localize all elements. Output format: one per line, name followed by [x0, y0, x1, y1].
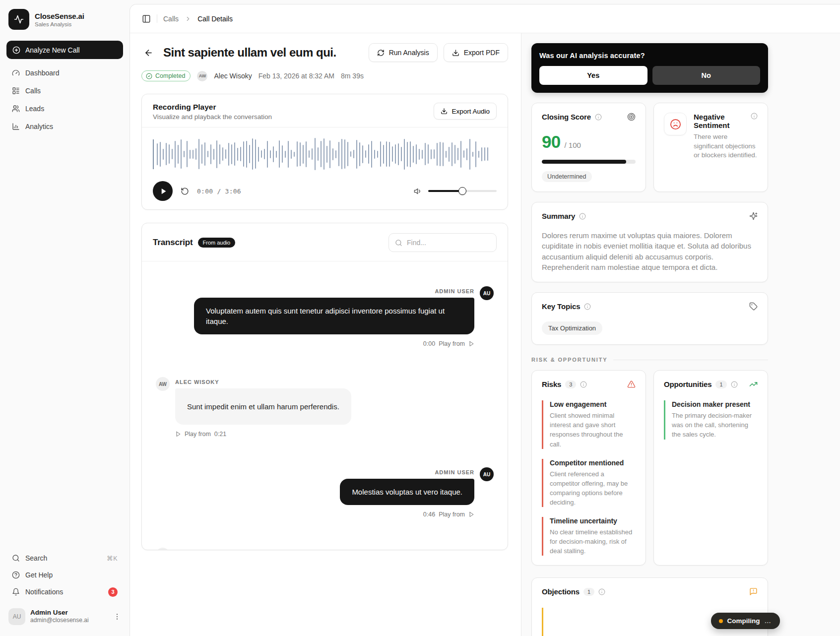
transcript-messages: ADMIN USER Voluptatem autem quis sunt te… — [142, 261, 508, 550]
info-icon[interactable] — [751, 113, 758, 120]
avatar: AU — [480, 286, 494, 300]
volume-slider-thumb[interactable] — [458, 187, 466, 195]
sentiment-description: There were significant objections or blo… — [694, 132, 758, 160]
sidebar-item-dashboard[interactable]: Dashboard — [6, 64, 123, 82]
risk-description: Client showed minimal interest and gave … — [550, 411, 636, 448]
avatar: AW — [156, 548, 170, 550]
call-datetime: Feb 13, 2026 at 8:32 AM — [258, 72, 334, 80]
analyze-new-call-button[interactable]: Analyze New Call — [6, 41, 123, 59]
closing-score-bar — [542, 160, 636, 164]
sparkles-icon — [749, 212, 758, 220]
message-time: 0:46 — [423, 511, 435, 518]
speaker-label: ADMIN USER — [435, 464, 474, 475]
risk-title: Timeline uncertainty — [550, 517, 636, 525]
sidebar-item-leads[interactable]: Leads — [6, 100, 123, 118]
closing-score-value: 90 — [542, 132, 561, 152]
breadcrumb-calls[interactable]: Calls — [163, 15, 179, 23]
search-shortcut: ⌘K — [107, 555, 118, 562]
play-outline-icon — [175, 431, 181, 437]
back-button[interactable] — [141, 46, 155, 60]
notifications-badge: 3 — [108, 587, 118, 597]
analyze-new-call-label: Analyze New Call — [25, 46, 80, 54]
risks-count-badge: 3 — [565, 381, 576, 388]
waveform-cursor — [153, 139, 154, 169]
sidebar-item-label: Dashboard — [25, 69, 60, 77]
speaker-label: ALEC WISOKY — [175, 545, 452, 550]
sidebar-item-get-help[interactable]: Get Help — [6, 567, 123, 583]
speaker-label: ALEC WISOKY — [175, 374, 351, 385]
sidebar-toggle-icon[interactable] — [142, 14, 151, 23]
opportunities-card: Opportunities 1 Decision maker present T… — [653, 370, 768, 566]
search-input[interactable] — [407, 239, 490, 247]
summary-text: Dolores rerum maxime ut voluptas quia ma… — [542, 230, 758, 272]
player-subtitle: Visualize and playback the conversation — [153, 113, 272, 121]
transcript-search[interactable] — [388, 233, 497, 252]
user-name: Admin User — [30, 609, 89, 617]
play-from-control[interactable]: Play from 0:21 — [175, 431, 351, 438]
user-email: admin@closesense.ai — [30, 617, 89, 625]
sidebar-item-search[interactable]: Search ⌘K — [6, 550, 123, 567]
closing-score-max: / 100 — [565, 141, 581, 149]
risks-title: Risks — [542, 380, 561, 388]
volume-slider[interactable] — [428, 187, 497, 195]
status-badge: Completed — [141, 70, 191, 81]
status-dot — [719, 619, 723, 623]
export-audio-button[interactable]: Export Audio — [434, 103, 497, 120]
message-bubble: Sunt impedit enim et ullam harum perfere… — [175, 388, 351, 425]
users-icon — [12, 105, 20, 113]
export-audio-label: Export Audio — [452, 108, 490, 115]
search-icon — [12, 554, 20, 562]
info-icon[interactable] — [731, 381, 738, 388]
sidebar-item-notifications[interactable]: Notifications 3 — [6, 583, 123, 600]
sidebar-nav: Dashboard Calls Leads Analytics — [6, 64, 123, 135]
play-icon — [160, 188, 167, 195]
transcript-card: Transcript From audio ADMIN USER Volupta… — [141, 223, 508, 550]
restart-icon[interactable] — [181, 187, 189, 195]
sidebar: CloseSense.ai Sales Analysis Analyze New… — [0, 0, 129, 636]
search-icon — [395, 239, 402, 247]
play-outline-icon — [468, 511, 474, 517]
run-analysis-label: Run Analysis — [389, 49, 429, 57]
brand-name: CloseSense.ai — [35, 12, 84, 20]
layout-list-icon — [12, 87, 20, 95]
avatar: AU — [8, 608, 25, 625]
objections-title: Objections — [542, 587, 580, 596]
info-icon[interactable] — [584, 303, 591, 310]
topic-chip[interactable]: Tax Optimization — [542, 321, 602, 335]
transcript-title: Transcript — [153, 238, 193, 248]
info-icon[interactable] — [579, 213, 586, 220]
sidebar-item-calls[interactable]: Calls — [6, 82, 123, 100]
tag-icon — [749, 302, 758, 311]
risk-item: Low engagement Client showed minimal int… — [542, 400, 636, 448]
avatar: AW — [156, 377, 170, 391]
brand-tagline: Sales Analysis — [35, 21, 84, 27]
play-from-control[interactable]: 0:46 Play from — [423, 511, 474, 518]
opportunity-title: Decision maker present — [672, 400, 758, 408]
volume-icon[interactable] — [414, 187, 422, 195]
risk-item: Competitor mentioned Client referenced a… — [542, 459, 636, 507]
main-panel: Calls Call Details Sint sapiente ullam v… — [129, 4, 840, 636]
play-from-control[interactable]: 0:00 Play from — [423, 340, 474, 347]
divider — [157, 14, 157, 23]
brand: CloseSense.ai Sales Analysis — [6, 8, 123, 30]
sidebar-item-label: Analytics — [25, 123, 53, 130]
opportunity-description: The primary decision-maker was on the ca… — [672, 411, 758, 439]
info-icon[interactable] — [598, 588, 605, 595]
play-button[interactable] — [153, 181, 173, 201]
frown-icon — [664, 113, 687, 135]
feedback-no-button[interactable]: No — [652, 66, 761, 85]
info-icon[interactable] — [595, 114, 602, 121]
user-menu[interactable]: AU Admin User admin@closesense.ai — [6, 605, 123, 628]
feedback-yes-button[interactable]: Yes — [539, 66, 647, 85]
message-admin-2: ADMIN USER Molestias voluptas ut vero it… — [156, 464, 494, 518]
closing-score-card: Closing Score 90 / 100 Undetermined — [531, 103, 646, 192]
player-title: Recording Player — [153, 103, 272, 112]
circle-help-icon — [12, 571, 20, 579]
export-pdf-button[interactable]: Export PDF — [444, 43, 508, 62]
info-icon[interactable] — [580, 381, 587, 388]
chevron-right-icon — [185, 15, 192, 22]
kebab-menu-icon[interactable] — [113, 613, 121, 621]
waveform[interactable] — [153, 135, 497, 174]
sidebar-item-analytics[interactable]: Analytics — [6, 118, 123, 135]
run-analysis-button[interactable]: Run Analysis — [369, 43, 438, 62]
